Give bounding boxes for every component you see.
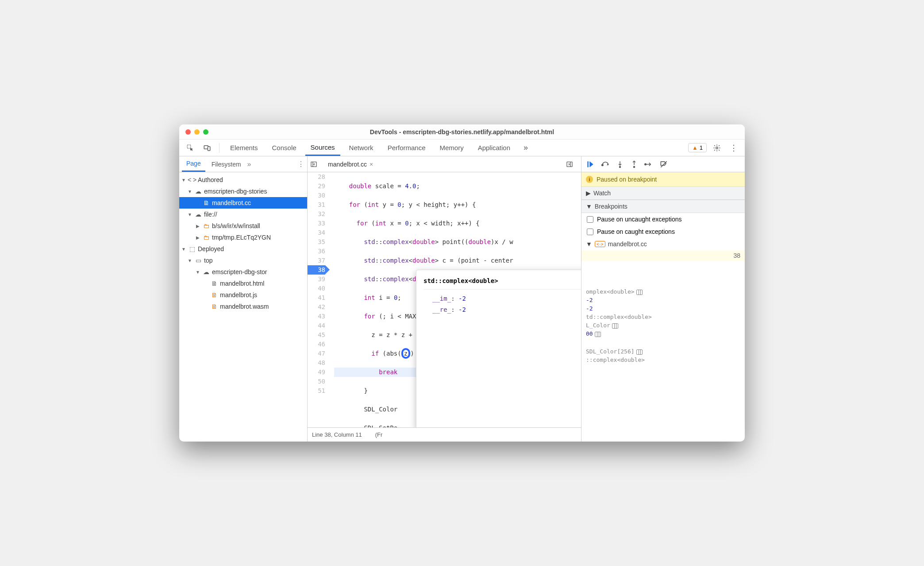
tab-application[interactable]: Application (473, 140, 516, 156)
warnings-badge[interactable]: ▲ 1 (688, 143, 707, 152)
scope-row[interactable]: omplex<double> (581, 287, 745, 296)
code-area[interactable]: 2829303132333435363738394041424344454647… (308, 172, 581, 427)
hover-variable-highlight[interactable]: z (401, 348, 410, 359)
svg-rect-0 (187, 145, 191, 148)
step-into-icon[interactable] (616, 160, 624, 169)
device-toggle-icon[interactable] (200, 141, 214, 155)
svg-point-11 (620, 166, 621, 167)
scope-row[interactable]: ::complex<double> (581, 356, 745, 364)
window-title: DevTools - emscripten-dbg-stories.netlif… (179, 128, 745, 136)
tooltip-type: std::complex<double> (424, 275, 581, 290)
warning-icon: ▲ (692, 144, 698, 151)
inspect-element-icon[interactable] (184, 141, 197, 155)
deactivate-breakpoints-icon[interactable] (659, 160, 668, 169)
nav-kebab-icon[interactable]: ⋮ (297, 160, 304, 168)
tree-site[interactable]: ▼☁emscripten-dbg-stories (179, 186, 307, 197)
scope-row[interactable]: SDL_Color[256] (581, 347, 745, 356)
svg-rect-8 (587, 161, 589, 167)
brackets-icon: < > (188, 176, 196, 183)
file-icon: 🗎 (210, 280, 218, 287)
tooltip-row: __re_: -2 (424, 304, 581, 315)
scope-row[interactable]: 00 (581, 330, 745, 338)
scope-row[interactable]: td::complex<double> (581, 313, 745, 321)
section-breakpoints[interactable]: ▼Breakpoints (581, 200, 745, 213)
pause-message: Paused on breakpoint (597, 176, 657, 183)
close-tab-icon[interactable]: × (370, 161, 373, 168)
tab-network[interactable]: Network (344, 140, 379, 156)
kebab-menu-icon[interactable]: ⋮ (727, 141, 740, 155)
resume-icon[interactable] (586, 160, 595, 169)
navigator-panel: Page Filesystem » ⋮ ▼< >Authored ▼☁emscr… (179, 156, 308, 442)
editor-tabs: mandelbrot.cc × (308, 156, 581, 172)
step-icon[interactable] (644, 160, 653, 169)
frame-icon: ▭ (194, 257, 202, 264)
toggle-debugger-icon[interactable] (566, 161, 578, 168)
minimize-window-button[interactable] (194, 129, 200, 135)
tree-deployed-site[interactable]: ▼☁emscripten-dbg-stor (179, 266, 307, 278)
tab-sources[interactable]: Sources (305, 140, 340, 156)
nav-tab-page[interactable]: Page (182, 156, 205, 172)
scope-row[interactable]: -2 (581, 296, 745, 304)
pause-caught-checkbox[interactable]: Pause on caught exceptions (581, 225, 745, 238)
section-watch[interactable]: ▶Watch (581, 186, 745, 200)
nav-tab-filesystem[interactable]: Filesystem (207, 156, 246, 172)
tree-top[interactable]: ▼▭top (179, 255, 307, 266)
nav-more-tabs-icon[interactable]: » (247, 160, 251, 168)
devtools-window: DevTools - emscripten-dbg-stories.netlif… (179, 124, 745, 442)
warning-count: 1 (700, 144, 703, 151)
cursor-position: Line 38, Column 11 (312, 431, 362, 438)
tab-console[interactable]: Console (267, 140, 302, 156)
step-out-icon[interactable] (630, 160, 638, 169)
tree-folder-1[interactable]: ▶🗀b/s/w/ir/x/w/install (179, 220, 307, 232)
memory-chip-icon[interactable] (612, 323, 618, 329)
file-icon: 🗎 (210, 303, 218, 310)
folder-icon: 🗀 (202, 234, 210, 241)
maximize-window-button[interactable] (203, 129, 208, 135)
more-tabs-icon[interactable]: » (519, 141, 532, 155)
file-icon: 🗎 (210, 291, 218, 299)
tab-memory[interactable]: Memory (435, 140, 469, 156)
pause-uncaught-checkbox[interactable]: Pause on uncaught exceptions (581, 213, 745, 225)
cloud-icon: ☁ (202, 268, 210, 275)
main-toolbar: Elements Console Sources Network Perform… (179, 140, 745, 156)
debugger-panel: i Paused on breakpoint ▶Watch ▼Breakpoin… (581, 156, 745, 442)
svg-point-9 (602, 164, 603, 166)
scope-row[interactable]: -2 (581, 304, 745, 313)
tree-file-scheme[interactable]: ▼☁file:// (179, 209, 307, 220)
close-window-button[interactable] (185, 129, 191, 135)
editor-tab-open[interactable]: mandelbrot.cc × (325, 161, 376, 168)
cloud-icon: ☁ (194, 211, 202, 218)
tab-performance[interactable]: Performance (382, 140, 431, 156)
tree-deployed[interactable]: ▼⬚Deployed (179, 243, 307, 255)
titlebar: DevTools - emscripten-dbg-stories.netlif… (179, 124, 745, 140)
tree-file-wasm[interactable]: 🗎mandelbrot.wasm (179, 301, 307, 312)
tab-elements[interactable]: Elements (225, 140, 263, 156)
status-extra: (Fr (375, 431, 383, 438)
tree-file-selected[interactable]: 🗎mandelbrot.cc (179, 197, 307, 209)
line-gutter[interactable]: 2829303132333435363738394041424344454647… (308, 172, 330, 427)
tree-file-js[interactable]: 🗎mandelbrot.js (179, 289, 307, 301)
breakpoint-file[interactable]: ▼<·>mandelbrot.cc (581, 238, 745, 250)
traffic-lights (179, 129, 208, 135)
tree-file-html[interactable]: 🗎mandelbrot.html (179, 278, 307, 289)
memory-chip-icon[interactable] (595, 332, 601, 337)
tooltip-row: __im_: -2 (424, 293, 581, 304)
svg-rect-2 (208, 147, 210, 151)
tree-folder-2[interactable]: ▶🗀tmp/tmp.ELcTq2YGN (179, 232, 307, 243)
breakpoint-line[interactable]: 38 (581, 250, 745, 261)
toggle-navigator-icon[interactable] (310, 161, 323, 168)
info-icon: i (586, 176, 593, 183)
svg-point-15 (645, 163, 646, 165)
editor-statusbar: Line 38, Column 11 (Fr (308, 427, 581, 442)
scope-row[interactable]: L_Color (581, 321, 745, 330)
step-over-icon[interactable] (601, 160, 610, 169)
memory-chip-icon[interactable] (636, 290, 643, 295)
pause-banner: i Paused on breakpoint (581, 172, 745, 186)
editor-panel: mandelbrot.cc × 282930313233343536373839… (308, 156, 581, 442)
scope-row (581, 338, 745, 347)
settings-icon[interactable] (710, 141, 724, 155)
memory-chip-icon[interactable] (636, 349, 643, 355)
svg-point-13 (634, 166, 635, 167)
tree-authored[interactable]: ▼< >Authored (179, 174, 307, 186)
tab-filename: mandelbrot.cc (328, 161, 367, 168)
